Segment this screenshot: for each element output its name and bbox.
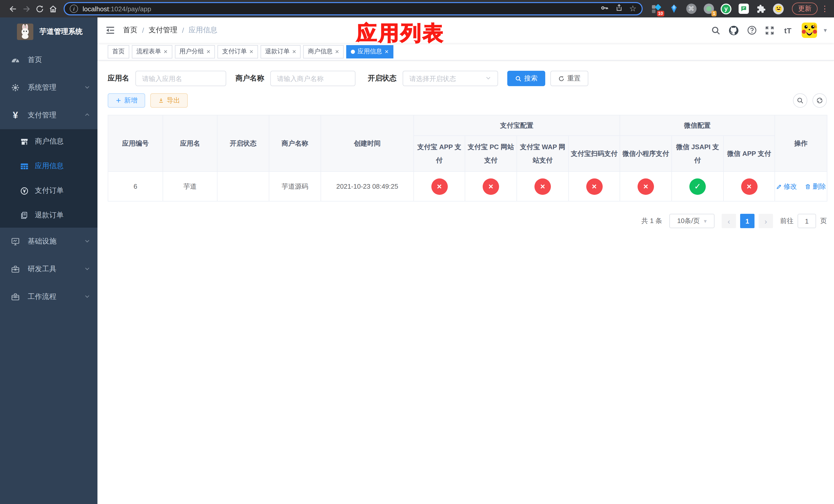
add-button[interactable]: 新增 [108,93,145,108]
cell-wx-lite-status: × [620,171,672,201]
page-body: 应用名 商户名称 开启状态 [97,61,834,504]
logo-rabbit-image [17,24,33,40]
extension-y-icon[interactable]: y [721,3,731,14]
breadcrumb-pay[interactable]: 支付管理 [149,26,177,35]
prev-page-button[interactable]: ‹ [722,214,736,228]
tab-merchant-info[interactable]: 商户信息× [303,45,344,58]
chevron-down-icon [84,293,90,301]
close-icon[interactable]: × [292,48,296,55]
sidebar-item-workflow[interactable]: 工作流程 [0,283,97,311]
share-icon[interactable] [615,4,623,14]
sidebar-item-system[interactable]: 系统管理 [0,74,97,101]
merchant-name-field[interactable] [270,71,355,86]
sidebar-item-dev-tools[interactable]: 研发工具 [0,255,97,283]
browser-forward-icon[interactable] [20,2,33,15]
app-name-field[interactable] [135,71,226,86]
sidebar-item-home[interactable]: 首页 [0,46,97,74]
col-alipay-pc: 支付宝 PC 网站支付 [465,136,517,171]
cell-wx-jsapi-status: ✓ [672,171,723,201]
address-bar[interactable]: i localhost:1024/pay/app ☆ [64,2,643,15]
sidebar-item-app-info[interactable]: 应用信息 [0,154,97,178]
page-suffix: 页 [820,216,827,226]
dashboard-icon [10,55,21,65]
tab-user-group[interactable]: 用户分组× [175,45,215,58]
browser-update-button[interactable]: 更新 [792,3,818,15]
cell-ops: 修改 删除 [775,171,827,201]
page-1-button[interactable]: 1 [740,214,754,228]
help-icon[interactable] [746,24,758,37]
close-icon[interactable]: × [249,48,253,55]
merchant-name-input[interactable] [277,75,349,82]
user-avatar[interactable] [802,23,817,38]
col-wx-app: 微信 APP 支付 [723,136,775,171]
search-icon[interactable] [710,24,722,37]
sidebar-item-merchant-info[interactable]: 商户信息 [0,129,97,154]
apps-table: 应用编号 应用名 开启状态 商户名称 创建时间 支付宝配置 微信配置 操作 支付… [108,115,827,202]
goto-label: 前往 [780,216,793,226]
sidebar-fold-icon[interactable] [105,25,116,36]
disabled-cross-icon: × [586,178,602,194]
refresh-button[interactable] [812,93,827,108]
extension-blocks-icon[interactable]: 10 [651,3,662,14]
sidebar-item-pay[interactable]: ¥ 支付管理 [0,101,97,129]
cell-alipay-wap-status: × [517,171,569,201]
col-alipay-app: 支付宝 APP 支付 [414,136,465,171]
status-select[interactable] [403,71,498,86]
browser-reload-icon[interactable] [33,2,46,15]
cell-alipay-qr-status: × [569,171,620,201]
col-alipay-qr: 支付宝扫码支付 [569,136,620,171]
yen-icon: ¥ [10,110,21,120]
browser-home-icon[interactable] [46,2,60,15]
close-icon[interactable]: × [163,48,168,55]
breadcrumb-current: 应用信息 [189,26,218,35]
col-alipay-wap: 支付宝 WAP 网站支付 [517,136,569,171]
chevron-down-icon: ▾ [704,217,707,224]
extension-command-icon[interactable]: ⌘ [686,3,697,14]
pagination: 共 1 条 10条/页 ▾ ‹ 1 › 前往 页 [108,214,827,228]
sidebar-item-infra[interactable]: 基础设施 [0,228,97,255]
sidebar-item-refund-orders[interactable]: 退款订单 [0,203,97,228]
goto-page-input[interactable] [797,214,816,228]
tab-home[interactable]: 首页 [108,45,129,58]
tab-refund-order[interactable]: 退款订单× [261,45,301,58]
breadcrumb-home[interactable]: 首页 [123,26,137,35]
github-icon[interactable] [728,24,740,37]
app-name-input[interactable] [142,75,220,82]
reset-button[interactable]: 重置 [550,71,588,86]
password-key-icon[interactable] [600,3,609,14]
extension-badge: 1 [712,10,717,16]
site-info-icon[interactable]: i [70,5,78,13]
fullscreen-icon[interactable] [764,24,776,37]
search-button[interactable]: 搜索 [507,71,545,86]
next-page-button[interactable]: › [759,214,773,228]
extension-chat-icon[interactable] [738,3,749,14]
extension-gem-icon[interactable] [668,3,679,14]
caret-down-icon[interactable]: ▾ [824,27,827,34]
page-size-select[interactable]: 10条/页 ▾ [670,214,715,228]
status-select-input[interactable] [409,75,481,82]
close-icon[interactable]: × [385,48,389,55]
browser-back-icon[interactable] [6,2,20,15]
extension-recorder-icon[interactable]: 1 [703,3,714,14]
close-icon[interactable]: × [206,48,210,55]
bookmark-star-icon[interactable]: ☆ [629,5,637,13]
app-logo[interactable]: 芋道管理系统 [0,18,97,46]
extensions-puzzle-icon[interactable] [755,3,766,14]
tab-pay-order[interactable]: 支付订单× [218,45,258,58]
close-icon[interactable]: × [335,48,339,55]
edit-link[interactable]: 修改 [776,182,797,191]
tab-process-form[interactable]: 流程表单× [132,45,172,58]
export-button[interactable]: 导出 [150,93,188,108]
chevron-up-icon [84,111,90,119]
profile-emoji-icon[interactable] [773,3,784,14]
delete-link[interactable]: 删除 [805,182,826,191]
extension-tray: 10 ⌘ 1 y [651,3,784,14]
app-title: 芋道管理系统 [40,27,83,37]
sidebar-item-pay-orders[interactable]: 支付订单 [0,178,97,203]
font-size-icon[interactable]: tT [782,24,794,37]
toggle-search-button[interactable] [793,93,807,108]
browser-menu-icon[interactable]: ⋮ [821,4,829,13]
col-app-name: 应用名 [163,115,217,171]
cell-app-id: 6 [108,171,163,201]
sidebar-item-label: 商户信息 [35,137,64,146]
